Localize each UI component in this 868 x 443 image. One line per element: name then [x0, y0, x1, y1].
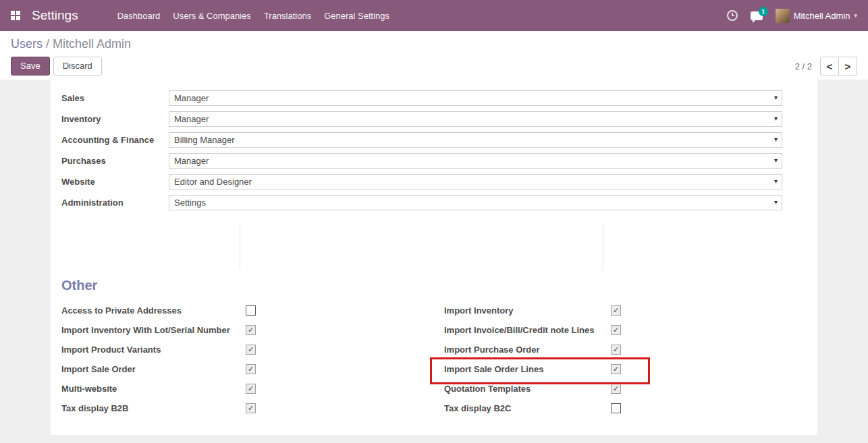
checkbox-import-sale-order-lines[interactable]: ✓ [611, 364, 621, 374]
check-icon: ✓ [613, 385, 619, 392]
checkbox-row: Import Inventory ✓ [444, 301, 782, 320]
systray: 1 Mitchell Admin ▾ [727, 9, 857, 23]
label-website: Website [61, 174, 169, 189]
form-row: Accounting & Finance Billing Manager [61, 132, 782, 148]
avatar [776, 9, 790, 23]
form-row: Administration Settings [61, 195, 782, 210]
checkbox-label: Tax display B2B [61, 403, 246, 413]
checkbox-label: Import Sale Order Lines [444, 364, 611, 374]
topbar-menu: Dashboard Users & Companies Translations… [117, 8, 389, 24]
checkbox-row: Multi-website ✓ [61, 379, 444, 398]
checkbox-access-to-private-addresses[interactable]: ✓ [246, 305, 256, 316]
checkbox-column-left: Access to Private Addresses ✓ Import Inv… [61, 301, 444, 418]
label-purchases: Purchases [61, 153, 169, 169]
select-administration-access[interactable]: Settings [169, 195, 782, 210]
select-wrap: Manager [169, 153, 782, 169]
checkbox-tax-display-b2c[interactable]: ✓ [611, 403, 621, 413]
checkbox-label: Import Inventory With Lot/Serial Number [61, 325, 246, 335]
checkbox-label: Quotation Templates [444, 384, 611, 394]
select-inventory-access[interactable]: Manager [169, 111, 782, 127]
activities-clock-icon[interactable] [727, 10, 738, 21]
breadcrumb: Users / Mitchell Admin [11, 37, 857, 51]
user-menu[interactable]: Mitchell Admin ▾ [776, 9, 857, 23]
column-separator [240, 225, 240, 270]
menu-item-translations[interactable]: Translations [264, 8, 311, 24]
checkbox-import-invoice-bill-credit-note-lines[interactable]: ✓ [611, 325, 621, 335]
checkbox-label: Import Inventory [444, 305, 611, 316]
checkbox-quotation-templates[interactable]: ✓ [611, 384, 621, 394]
breadcrumb-separator: / [46, 37, 49, 51]
check-icon: ✓ [248, 365, 254, 373]
user-name: Mitchell Admin [794, 11, 850, 21]
apps-grid-icon[interactable] [11, 11, 20, 20]
select-wrap: Manager [169, 90, 782, 106]
other-checkbox-section: Access to Private Addresses ✓ Import Inv… [61, 301, 782, 418]
content-area: Sales Manager Inventory Manager Accounti… [0, 80, 868, 443]
label-accounting-finance: Accounting & Finance [61, 132, 169, 148]
pager: 2 / 2 < > [795, 57, 857, 76]
select-sales-access[interactable]: Manager [169, 90, 782, 106]
section-title-other: Other [61, 278, 782, 293]
control-panel-buttons: Save Discard 2 / 2 < > [11, 57, 857, 76]
check-icon: ✓ [613, 365, 619, 373]
checkbox-label: Import Sale Order [61, 364, 246, 374]
checkbox-row: Import Inventory With Lot/Serial Number … [61, 320, 444, 340]
control-panel: Users / Mitchell Admin Save Discard 2 / … [0, 31, 868, 80]
checkbox-row: Import Purchase Order ✓ [444, 340, 782, 359]
messages-icon-wrap[interactable]: 1 [751, 11, 763, 20]
checkbox-import-sale-order[interactable]: ✓ [246, 364, 256, 374]
checkbox-multi-website[interactable]: ✓ [246, 384, 256, 394]
check-icon: ✓ [248, 385, 254, 392]
select-accounting-access[interactable]: Billing Manager [169, 132, 782, 148]
checkbox-row-import-sale-order-lines: Import Sale Order Lines ✓ [444, 359, 782, 379]
form-row: Website Editor and Designer [61, 174, 782, 189]
checkbox-import-purchase-order[interactable]: ✓ [611, 345, 621, 355]
checkbox-import-product-variants[interactable]: ✓ [246, 345, 256, 355]
check-icon: ✓ [248, 326, 254, 334]
checkbox-tax-display-b2b[interactable]: ✓ [246, 403, 256, 413]
checkbox-label: Multi-website [61, 384, 246, 394]
pager-next-button[interactable]: > [838, 57, 857, 76]
checkbox-row: Import Sale Order ✓ [61, 359, 444, 379]
menu-item-dashboard[interactable]: Dashboard [117, 8, 161, 24]
checkbox-label: Import Purchase Order [444, 345, 611, 355]
check-icon: ✓ [248, 405, 254, 412]
form-row: Purchases Manager [61, 153, 782, 169]
select-wrap: Manager [169, 111, 782, 127]
form-sheet: Sales Manager Inventory Manager Accounti… [51, 80, 817, 435]
topbar: Settings Dashboard Users & Companies Tra… [0, 0, 868, 31]
breadcrumb-current: Mitchell Admin [53, 37, 131, 51]
check-icon: ✓ [613, 346, 619, 353]
checkbox-label: Import Invoice/Bill/Credit note Lines [444, 325, 611, 335]
check-icon: ✓ [613, 326, 619, 334]
column-separator [603, 225, 603, 270]
label-inventory: Inventory [61, 111, 169, 127]
pager-previous-button[interactable]: < [820, 57, 839, 76]
checkbox-label: Access to Private Addresses [61, 305, 246, 316]
discard-button[interactable]: Discard [53, 57, 102, 76]
checkbox-label: Import Product Variants [61, 345, 246, 355]
menu-item-general-settings[interactable]: General Settings [324, 8, 389, 24]
chevron-down-icon: ▾ [854, 12, 857, 19]
select-wrap: Billing Manager [169, 132, 782, 148]
check-icon: ✓ [613, 307, 619, 314]
label-sales: Sales [61, 90, 169, 106]
menu-item-users-companies[interactable]: Users & Companies [173, 8, 251, 24]
checkbox-row: Access to Private Addresses ✓ [61, 301, 444, 320]
app-title[interactable]: Settings [32, 8, 78, 23]
form-row: Sales Manager [61, 90, 782, 106]
pager-counter: 2 / 2 [795, 61, 812, 71]
breadcrumb-users-link[interactable]: Users [11, 37, 43, 51]
select-website-access[interactable]: Editor and Designer [169, 174, 782, 189]
checkbox-import-inventory-lot-serial[interactable]: ✓ [246, 325, 256, 335]
checkbox-row: Tax display B2C ✓ [444, 398, 782, 418]
empty-group [61, 225, 782, 270]
save-button[interactable]: Save [11, 57, 50, 76]
checkbox-row: Tax display B2B ✓ [61, 398, 444, 418]
checkbox-import-inventory[interactable]: ✓ [611, 305, 621, 316]
select-purchases-access[interactable]: Manager [169, 153, 782, 169]
label-administration: Administration [61, 195, 169, 210]
check-icon: ✓ [248, 346, 254, 353]
select-wrap: Settings [169, 195, 782, 210]
checkbox-row: Quotation Templates ✓ [444, 379, 782, 398]
